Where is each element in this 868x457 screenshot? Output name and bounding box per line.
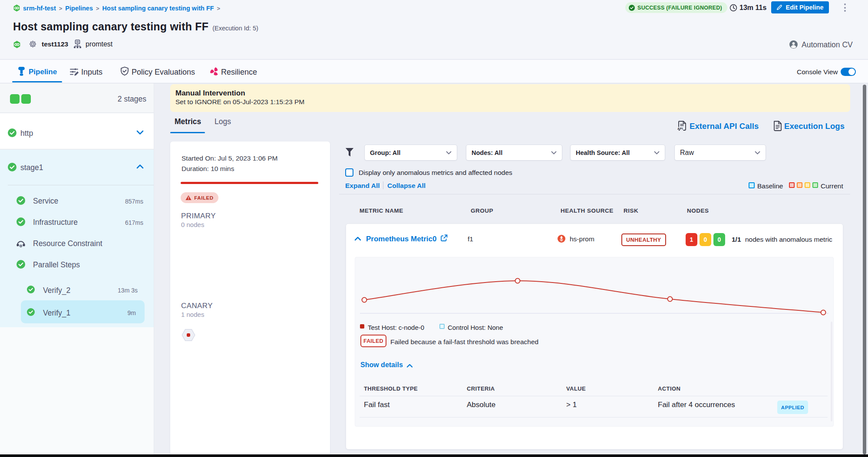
svg-text:API: API [677,127,683,131]
